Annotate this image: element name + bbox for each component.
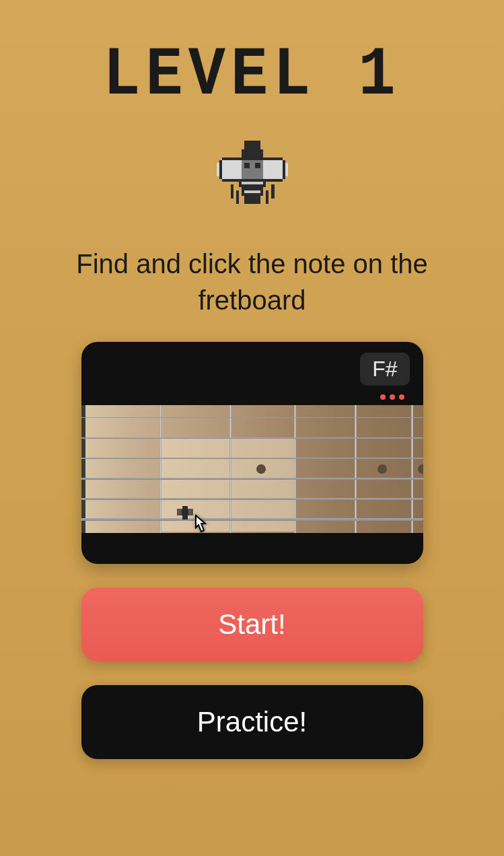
svg-rect-22 [241, 182, 263, 184]
svg-rect-12 [263, 179, 282, 182]
svg-rect-16 [271, 184, 274, 198]
svg-rect-14 [282, 160, 285, 179]
level-title: LEVEL 1 [103, 37, 400, 115]
svg-rect-21 [255, 163, 260, 168]
cursor-icon [189, 514, 209, 542]
svg-rect-11 [263, 157, 282, 160]
svg-rect-9 [222, 157, 241, 160]
fly-icon [209, 124, 296, 212]
instruction-text: Find and click the note on the fretboard [0, 246, 504, 318]
svg-rect-24 [177, 509, 182, 515]
svg-rect-26 [182, 506, 188, 510]
svg-rect-15 [230, 184, 233, 198]
svg-rect-13 [219, 160, 222, 179]
svg-rect-5 [241, 149, 263, 160]
svg-rect-27 [182, 510, 188, 515]
start-button[interactable]: Start! [81, 587, 423, 662]
target-note-badge: F# [360, 353, 409, 386]
fretboard [81, 405, 423, 533]
svg-rect-1 [263, 157, 282, 182]
svg-rect-20 [244, 163, 249, 168]
svg-rect-23 [244, 190, 260, 193]
svg-rect-18 [266, 190, 268, 204]
svg-rect-28 [182, 515, 188, 520]
fretboard-preview: F# [81, 342, 423, 564]
practice-button[interactable]: Practice! [81, 685, 423, 759]
svg-rect-10 [222, 179, 241, 182]
status-dots [380, 394, 404, 400]
svg-rect-0 [222, 157, 241, 182]
svg-rect-8 [244, 196, 260, 204]
svg-rect-17 [236, 190, 238, 204]
